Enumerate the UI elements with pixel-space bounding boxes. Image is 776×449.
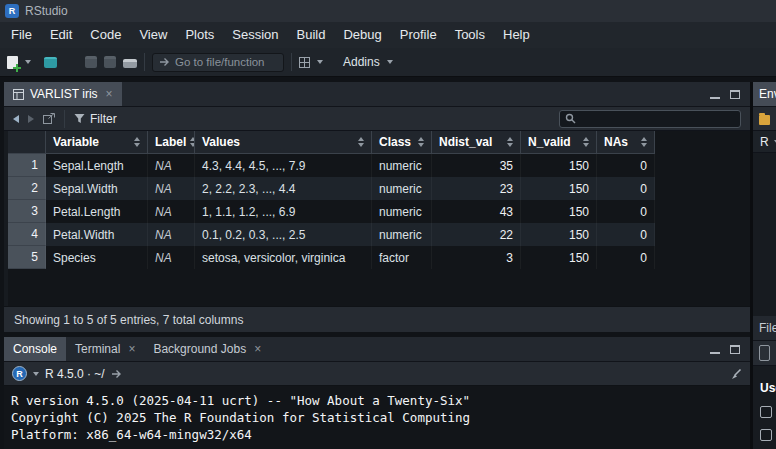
terminal-tab-label: Terminal: [75, 342, 120, 356]
save-icon[interactable]: [85, 56, 97, 68]
label-cell: NA: [148, 246, 195, 269]
close-icon[interactable]: ×: [106, 87, 113, 101]
menu-file[interactable]: File: [2, 22, 41, 48]
new-file-icon[interactable]: [7, 56, 18, 69]
close-icon[interactable]: ×: [128, 342, 135, 356]
tab-environment[interactable]: Envi: [753, 82, 776, 106]
col-header-n-valid[interactable]: N_valid: [521, 131, 597, 153]
menu-tools[interactable]: Tools: [446, 22, 494, 48]
label-cell: NA: [148, 223, 195, 246]
values-cell: 0.1, 0.2, 0.3, ..., 2.5: [195, 223, 372, 246]
pane-window-buttons: [710, 337, 750, 361]
r-version-caret-icon[interactable]: [33, 372, 39, 376]
environment-empty-area: [753, 153, 776, 316]
label-cell: NA: [148, 177, 195, 200]
new-project-icon[interactable]: [44, 57, 57, 68]
environment-tab-label: Envi: [759, 87, 776, 101]
col-header-class[interactable]: Class: [372, 131, 432, 153]
user-library-label: Use: [760, 381, 776, 395]
files-tab-strip: Files: [753, 316, 776, 341]
row-number-cell: 2: [8, 177, 46, 200]
col-header-label: Label: [155, 135, 186, 149]
ndist-val-cell: 35: [432, 154, 521, 177]
console-output[interactable]: R version 4.5.0 (2025-04-11 ucrt) -- "Ho…: [4, 386, 750, 449]
minimize-pane-icon[interactable]: [710, 90, 720, 99]
package-checkbox[interactable]: [760, 406, 772, 418]
col-header-ndist-val[interactable]: Ndist_val: [432, 131, 521, 153]
titlebar: R RStudio: [0, 0, 776, 22]
sort-icon: [641, 137, 647, 147]
variable-cell: Sepal.Length: [46, 154, 148, 177]
clear-console-icon[interactable]: [730, 368, 742, 380]
menu-code[interactable]: Code: [81, 22, 130, 48]
tab-files[interactable]: Files: [753, 316, 776, 340]
menu-session[interactable]: Session: [223, 22, 287, 48]
maximize-pane-icon[interactable]: [730, 90, 740, 99]
menu-build[interactable]: Build: [288, 22, 335, 48]
goto-placeholder: Go to file/function: [175, 56, 265, 68]
addins-button[interactable]: Addins: [343, 55, 380, 69]
tab-background-jobs[interactable]: Background Jobs ×: [144, 337, 270, 361]
table-row: 1 Sepal.Length NA 4.3, 4.4, 4.5, ..., 7.…: [8, 154, 655, 177]
col-header-label: N_valid: [528, 135, 571, 149]
variables-table: Variable Label Values Class Ndist_val N_…: [8, 131, 750, 306]
plus-icon: [13, 64, 21, 72]
filter-button[interactable]: Filter: [74, 112, 117, 126]
col-header-values[interactable]: Values: [195, 131, 372, 153]
environment-tab-strip: Envi: [753, 82, 776, 107]
menu-profile[interactable]: Profile: [391, 22, 446, 48]
nas-cell: 0: [597, 223, 655, 246]
panes-layout-caret-icon[interactable]: [317, 60, 323, 64]
menu-plots[interactable]: Plots: [176, 22, 223, 48]
sort-icon: [134, 137, 140, 147]
row-number-cell: 5: [8, 246, 46, 269]
table-row: 4 Petal.Width NA 0.1, 0.2, 0.3, ..., 2.5…: [8, 223, 655, 246]
console-line: Platform: x86_64-w64-mingw32/x64: [11, 426, 750, 443]
menu-edit[interactable]: Edit: [41, 22, 81, 48]
package-checkbox[interactable]: [760, 429, 772, 441]
tab-terminal[interactable]: Terminal ×: [66, 337, 144, 361]
menu-debug[interactable]: Debug: [334, 22, 390, 48]
back-arrow-icon[interactable]: [13, 115, 19, 123]
forward-arrow-icon[interactable]: [28, 115, 34, 123]
table-row: 5 Species NA setosa, versicolor, virgini…: [8, 246, 655, 269]
n-valid-cell: 150: [521, 177, 597, 200]
col-header-nas[interactable]: NAs: [597, 131, 655, 153]
save-all-icon[interactable]: [104, 56, 116, 68]
console-tab-label: Console: [13, 342, 57, 356]
class-cell: numeric: [372, 177, 432, 200]
goto-working-directory-icon[interactable]: [111, 369, 122, 379]
col-header-label: NAs: [604, 135, 628, 149]
main-toolbar: Go to file/function Addins: [0, 48, 776, 77]
ndist-val-cell: 3: [432, 246, 521, 269]
funnel-icon: [74, 113, 85, 124]
viewer-tab-label: VARLIST iris: [30, 87, 98, 101]
folder-icon[interactable]: [759, 115, 770, 125]
class-cell: factor: [372, 246, 432, 269]
goto-file-function-input[interactable]: Go to file/function: [152, 53, 284, 72]
console-line: Copyright (C) 2025 The R Foundation for …: [11, 409, 750, 426]
panes-layout-icon[interactable]: [299, 57, 310, 68]
label-cell: NA: [148, 154, 195, 177]
close-icon[interactable]: ×: [254, 342, 261, 356]
col-header-label-col[interactable]: Label: [148, 131, 195, 153]
environment-language-dropdown[interactable]: R: [753, 131, 776, 153]
class-cell: numeric: [372, 200, 432, 223]
table-search-input[interactable]: [559, 110, 741, 128]
row-number-cell: 4: [8, 223, 46, 246]
files-toolbar: [753, 341, 776, 366]
open-in-new-window-icon[interactable]: [43, 113, 55, 124]
col-header-variable[interactable]: Variable: [46, 131, 148, 153]
minimize-pane-icon[interactable]: [710, 345, 720, 354]
tab-varlist-iris[interactable]: VARLIST iris ×: [4, 82, 122, 106]
new-file-caret-icon[interactable]: [25, 60, 31, 64]
addins-caret-icon[interactable]: [387, 60, 393, 64]
tab-console[interactable]: Console: [4, 337, 66, 361]
maximize-pane-icon[interactable]: [730, 345, 740, 354]
values-cell: 1, 1.1, 1.2, ..., 6.9: [195, 200, 372, 223]
right-column: Envi R Files: [753, 82, 776, 449]
print-icon[interactable]: [123, 59, 137, 68]
menu-view[interactable]: View: [130, 22, 176, 48]
menu-help[interactable]: Help: [494, 22, 539, 48]
files-toolbar-button-icon[interactable]: [759, 345, 770, 361]
